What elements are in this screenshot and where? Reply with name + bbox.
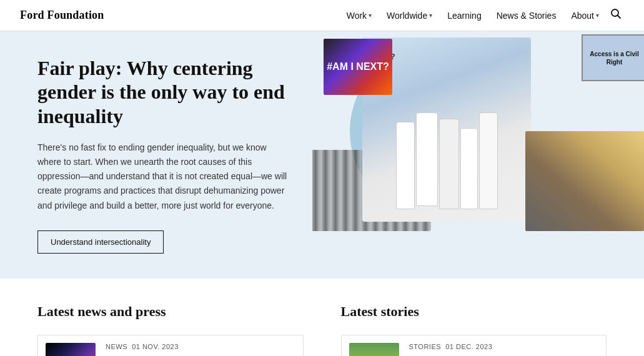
hero-section: Fair play: Why centering gender is the o… (0, 31, 644, 279)
story-meta: STORIES 01 DEC. 2023 (409, 343, 599, 350)
nav-item-worldwide[interactable]: Worldwide ▾ (380, 0, 438, 31)
story-content: STORIES 01 DEC. 2023 Indigenous Peoples … (409, 343, 599, 356)
news-meta: NEWS 01 NOV. 2023 (106, 343, 295, 350)
chevron-down-icon: ▾ (596, 12, 599, 19)
story-thumb-energy (349, 343, 399, 356)
news-item: NEWS 01 NOV. 2023 Philanthropies launch … (37, 335, 304, 356)
nav-label-work: Work (347, 11, 367, 21)
latest-news-col: Latest news and press NEWS 01 NOV. 2023 … (37, 304, 304, 356)
hero-cta-button[interactable]: Understand intersectionality (37, 230, 164, 254)
nav-label-worldwide: Worldwide (387, 11, 427, 21)
latest-stories-col: Latest stories STORIES 01 DEC. 2023 Indi… (341, 304, 607, 356)
hero-collage: #AM INEXT? #AM I NEXT? Access is a Civil… (312, 31, 644, 279)
main-nav: Ford Foundation Work ▾ Worldwide ▾ Learn… (0, 0, 644, 31)
svg-line-1 (618, 16, 621, 19)
lower-section: Latest news and press NEWS 01 NOV. 2023 … (0, 279, 644, 356)
search-icon[interactable] (608, 8, 624, 22)
nav-item-work[interactable]: Work ▾ (340, 0, 378, 31)
collage-aminext-sign: #AM I NEXT? (324, 39, 392, 95)
nav-links: Work ▾ Worldwide ▾ Learning News & Stori… (340, 0, 624, 31)
story-item: STORIES 01 DEC. 2023 Indigenous Peoples … (341, 335, 607, 356)
hero-description: There's no fast fix to ending gender ine… (37, 141, 287, 212)
nav-label-about: About (571, 11, 594, 21)
site-logo[interactable]: Ford Foundation (20, 9, 104, 22)
story-headline[interactable]: Indigenous Peoples and Local Communities… (409, 354, 599, 356)
nav-item-learning[interactable]: Learning (441, 0, 488, 31)
nav-item-news-stories[interactable]: News & Stories (490, 0, 563, 31)
collage-march-image (525, 131, 644, 231)
news-thumb-ai (46, 343, 96, 356)
nav-item-about[interactable]: About ▾ (565, 0, 605, 31)
hero-text-block: Fair play: Why centering gender is the o… (0, 31, 312, 279)
chevron-down-icon: ▾ (369, 12, 372, 19)
news-headline[interactable]: Philanthropies launch new initiative to … (106, 354, 295, 356)
nav-label-news-stories: News & Stories (497, 11, 557, 21)
nav-label-learning: Learning (447, 11, 482, 21)
latest-news-title: Latest news and press (37, 304, 304, 320)
chevron-down-icon: ▾ (429, 12, 432, 19)
news-content: NEWS 01 NOV. 2023 Philanthropies launch … (106, 343, 295, 356)
hero-title: Fair play: Why centering gender is the o… (37, 56, 287, 128)
latest-stories-title: Latest stories (341, 304, 607, 320)
collage-civil-right-sign: Access is a Civil Right (582, 34, 644, 81)
